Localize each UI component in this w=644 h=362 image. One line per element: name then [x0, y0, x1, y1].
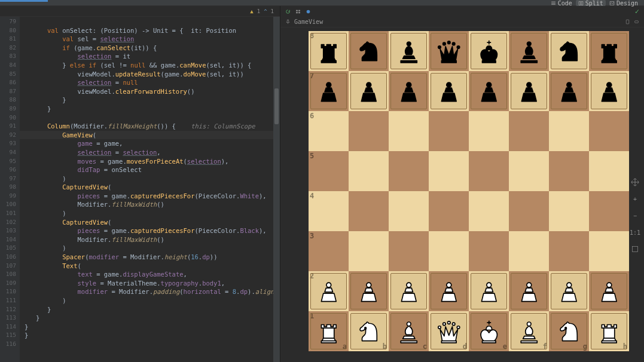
- code-line[interactable]: val sel = selection: [20, 35, 273, 44]
- chess-piece-wq[interactable]: [431, 313, 466, 349]
- code-line[interactable]: ): [20, 244, 273, 253]
- board-square[interactable]: [389, 111, 429, 151]
- board-square[interactable]: [549, 231, 589, 271]
- board-square[interactable]: [429, 231, 469, 271]
- chess-piece-wn[interactable]: [551, 313, 587, 349]
- board-square[interactable]: c: [389, 311, 429, 351]
- board-square[interactable]: [509, 151, 549, 191]
- board-square[interactable]: [549, 71, 589, 111]
- preview-canvas[interactable]: 87654321abcdefgh + − 1:1: [280, 27, 644, 362]
- code-line[interactable]: didTap = onSelect: [20, 165, 273, 174]
- chess-piece-bn[interactable]: [551, 33, 587, 69]
- board-square[interactable]: [509, 31, 549, 71]
- code-line[interactable]: moves = game.movesForPieceAt(selection),: [20, 157, 273, 166]
- board-square[interactable]: [509, 71, 549, 111]
- board-square[interactable]: [429, 31, 469, 71]
- chess-piece-bq[interactable]: [431, 33, 466, 69]
- chess-piece-wp[interactable]: [431, 273, 466, 309]
- board-square[interactable]: [469, 231, 509, 271]
- chess-piece-wp[interactable]: [471, 273, 506, 309]
- board-square[interactable]: [509, 191, 549, 231]
- code-line[interactable]: Column(Modifier.fillMaxHeight()) { this:…: [20, 122, 273, 131]
- chess-piece-bp[interactable]: [310, 73, 346, 109]
- zoom-fit-icon[interactable]: [630, 244, 640, 254]
- chess-piece-wr[interactable]: [591, 313, 627, 349]
- code-line[interactable]: game = game,: [20, 139, 273, 148]
- board-square[interactable]: [349, 191, 389, 231]
- board-square[interactable]: [589, 231, 629, 271]
- board-square[interactable]: 8: [309, 31, 349, 71]
- layout-icon[interactable]: [295, 9, 301, 14]
- board-square[interactable]: [589, 71, 629, 111]
- code-line[interactable]: } else if (sel != null && game.canMove(s…: [20, 61, 273, 70]
- code-line[interactable]: selection = it: [20, 52, 273, 61]
- board-square[interactable]: [389, 151, 429, 191]
- board-square[interactable]: [349, 31, 389, 71]
- board-square[interactable]: 6: [309, 111, 349, 151]
- chess-piece-bp[interactable]: [551, 73, 587, 109]
- code-line[interactable]: }: [20, 323, 273, 332]
- chess-piece-wp[interactable]: [591, 273, 627, 309]
- chess-piece-bp[interactable]: [471, 73, 506, 109]
- board-square[interactable]: [549, 271, 589, 311]
- board-square[interactable]: 3: [309, 231, 349, 271]
- board-square[interactable]: [469, 111, 509, 151]
- code-line[interactable]: }: [20, 105, 273, 113]
- code-line[interactable]: pieces = game.capturedPiecesFor(PieceCol…: [20, 226, 273, 235]
- board-square[interactable]: [469, 191, 509, 231]
- code-view-button[interactable]: Code: [548, 0, 575, 6]
- chess-piece-wp[interactable]: [511, 273, 547, 309]
- board-square[interactable]: g: [549, 311, 589, 351]
- board-square[interactable]: [549, 191, 589, 231]
- code-line[interactable]: ): [20, 296, 273, 305]
- code-line[interactable]: text = game.displayGameState,: [20, 270, 273, 279]
- chess-piece-bb[interactable]: [390, 33, 426, 69]
- code-line[interactable]: if (game.canSelect(it)) {: [20, 44, 273, 53]
- chess-piece-bn[interactable]: [350, 33, 386, 69]
- chess-piece-bp[interactable]: [390, 73, 426, 109]
- editor-scrollbar[interactable]: [273, 17, 280, 362]
- chess-piece-wb[interactable]: [390, 313, 426, 349]
- zoom-in-icon[interactable]: +: [630, 194, 640, 204]
- code-line[interactable]: modifier = Modifier.padding(horizontal =…: [20, 287, 273, 296]
- code-line[interactable]: CapturedView(: [20, 183, 273, 192]
- chess-piece-bp[interactable]: [511, 73, 547, 109]
- board-square[interactable]: [349, 231, 389, 271]
- board-square[interactable]: [589, 111, 629, 151]
- refresh-icon[interactable]: [285, 9, 291, 14]
- board-square[interactable]: h: [589, 311, 629, 351]
- design-view-button[interactable]: Design: [607, 0, 640, 6]
- code-line[interactable]: }: [20, 96, 273, 105]
- code-line[interactable]: [20, 113, 273, 122]
- board-square[interactable]: 4: [309, 191, 349, 231]
- zoom-11-button[interactable]: 1:1: [630, 227, 640, 238]
- chess-piece-bb[interactable]: [511, 33, 547, 69]
- code-line[interactable]: }: [20, 331, 273, 340]
- chess-piece-bp[interactable]: [431, 73, 466, 109]
- board-square[interactable]: 7: [309, 71, 349, 111]
- board-square[interactable]: [509, 111, 549, 151]
- code-line[interactable]: [20, 17, 273, 26]
- board-square[interactable]: [549, 111, 589, 151]
- board-square[interactable]: [549, 151, 589, 191]
- board-square[interactable]: b: [349, 311, 389, 351]
- chess-piece-bk[interactable]: [471, 33, 506, 69]
- chess-piece-bp[interactable]: [350, 73, 386, 109]
- board-square[interactable]: [589, 31, 629, 71]
- code-line[interactable]: Modifier.fillMaxWidth(): [20, 235, 273, 244]
- board-square[interactable]: [389, 271, 429, 311]
- board-square[interactable]: [469, 71, 509, 111]
- code-line[interactable]: }: [20, 314, 273, 323]
- board-square[interactable]: [509, 271, 549, 311]
- split-view-button[interactable]: Split: [576, 0, 606, 6]
- chess-piece-wk[interactable]: [471, 313, 506, 349]
- board-square[interactable]: [509, 231, 549, 271]
- code-line[interactable]: GameView(: [20, 131, 273, 140]
- board-square[interactable]: [389, 31, 429, 71]
- device-icon[interactable]: [625, 19, 630, 24]
- board-square[interactable]: [469, 271, 509, 311]
- board-square[interactable]: [589, 151, 629, 191]
- board-square[interactable]: e: [469, 311, 509, 351]
- chess-piece-wn[interactable]: [350, 313, 386, 349]
- code-line[interactable]: ): [20, 174, 273, 183]
